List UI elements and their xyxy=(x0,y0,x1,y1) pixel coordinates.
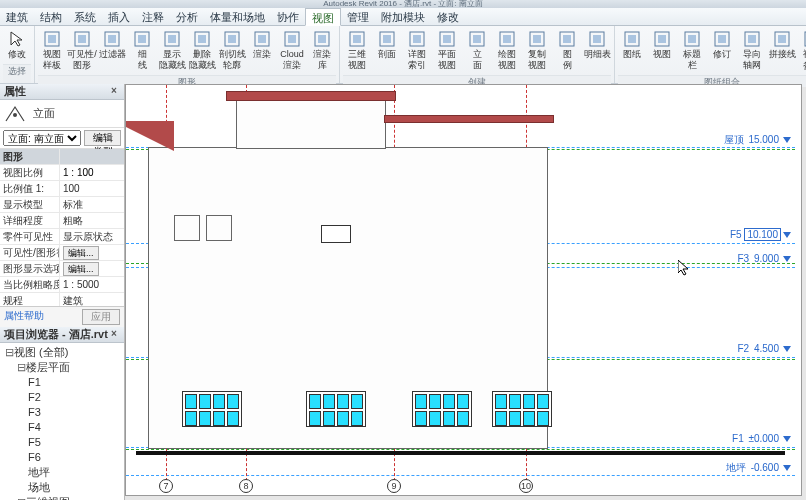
grid-bubble-7[interactable]: 7 xyxy=(159,479,173,493)
ribbon-btn-view-template[interactable]: 视图样板 xyxy=(38,28,66,73)
level-label-地坪[interactable]: 地坪 -0.600 xyxy=(726,461,791,475)
elevation-icon xyxy=(3,104,27,124)
prop-零件可见性[interactable]: 零件可见性显示原状态 xyxy=(0,229,124,245)
ribbon-tab-系统[interactable]: 系统 xyxy=(68,8,102,26)
ribbon-tab-附加模块[interactable]: 附加模块 xyxy=(375,8,431,26)
tree-node[interactable]: F2 xyxy=(4,390,124,405)
ribbon-tab-协作[interactable]: 协作 xyxy=(271,8,305,26)
ribbon-btn-filter[interactable]: 过滤器 xyxy=(98,28,126,73)
prop-图形显示选项[interactable]: 图形显示选项编辑... xyxy=(0,261,124,277)
tree-node[interactable]: ⊟楼层平面 xyxy=(4,360,124,375)
ribbon-btn-duplicate[interactable]: 复制视图 xyxy=(523,28,551,73)
ribbon-btn-thin-lines[interactable]: 细线 xyxy=(128,28,156,73)
ribbon-btn-show-hidden[interactable]: 显示隐藏线 xyxy=(158,28,186,73)
titleblock-icon xyxy=(683,30,701,48)
prop-视图比例[interactable]: 视图比例 xyxy=(0,165,124,181)
svg-rect-23 xyxy=(383,35,391,43)
ribbon-btn-matchline[interactable]: 拼接线 xyxy=(768,28,796,73)
family-selector[interactable]: 立面 xyxy=(0,100,124,128)
ribbon-btn-remove-hidden[interactable]: 删除隐藏线 xyxy=(188,28,216,73)
prop-当比例粗略度...[interactable]: 当比例粗略度...1 : 5000 xyxy=(0,277,124,293)
tree-node[interactable]: 场地 xyxy=(4,480,124,495)
ribbon-btn-section[interactable]: 剖面 xyxy=(373,28,401,73)
ribbon-btn-viewref[interactable]: 视图参照 xyxy=(798,28,806,73)
properties-help-link[interactable]: 属性帮助 xyxy=(4,309,82,325)
close-icon[interactable]: × xyxy=(108,329,120,341)
ribbon-btn-visibility[interactable]: 可见性/图形 xyxy=(68,28,96,73)
ribbon-tab-分析[interactable]: 分析 xyxy=(170,8,204,26)
tree-node[interactable]: ⊟三维视图 xyxy=(4,495,124,500)
level-label-F1[interactable]: F1 ±0.000 xyxy=(732,433,791,444)
ribbon-btn-render-lib[interactable]: 渲染库 xyxy=(308,28,336,73)
grid-bubble-8[interactable]: 8 xyxy=(239,479,253,493)
tree-twisty[interactable]: ⊟ xyxy=(16,495,26,500)
tree-node[interactable]: ⊟视图 (全部) xyxy=(4,345,124,360)
ribbon-tab-结构[interactable]: 结构 xyxy=(34,8,68,26)
roof-gable-left xyxy=(125,121,174,151)
close-icon[interactable]: × xyxy=(108,86,120,98)
prop-详细程度[interactable]: 详细程度粗略 xyxy=(0,213,124,229)
tree-node[interactable]: F1 xyxy=(4,375,124,390)
ribbon-tab-注释[interactable]: 注释 xyxy=(136,8,170,26)
prop-显示模型[interactable]: 显示模型标准 xyxy=(0,197,124,213)
ribbon-btn-legend[interactable]: 图例 xyxy=(553,28,581,73)
ribbon-btn-schedule[interactable]: 明细表 xyxy=(583,28,611,73)
ribbon-btn-titleblock[interactable]: 标题栏 xyxy=(678,28,706,73)
level-label-屋顶[interactable]: 屋顶 15.000 xyxy=(724,133,791,147)
duplicate-icon xyxy=(528,30,546,48)
edit-type-button[interactable]: 编辑类型 xyxy=(84,130,121,146)
ribbon-btn-drafting[interactable]: 绘图视图 xyxy=(493,28,521,73)
ribbon-btn-render[interactable]: 渲染 xyxy=(248,28,276,73)
svg-rect-41 xyxy=(658,35,666,43)
ribbon-btn-cut-profile[interactable]: 剖切线轮廓 xyxy=(218,28,246,73)
svg-rect-25 xyxy=(413,35,421,43)
grid-bubble-10[interactable]: 10 xyxy=(519,479,533,493)
prop-edit-button[interactable]: 编辑... xyxy=(63,262,99,276)
ribbon-tab-建筑[interactable]: 建筑 xyxy=(0,8,34,26)
level-label-F5[interactable]: F5 10.100 xyxy=(730,229,791,240)
tree-twisty[interactable]: ⊟ xyxy=(4,345,14,360)
tree-twisty[interactable]: ⊟ xyxy=(16,360,26,375)
ribbon-tab-插入[interactable]: 插入 xyxy=(102,8,136,26)
ribbon-btn-view[interactable]: 视图 xyxy=(648,28,676,73)
level-label-F3[interactable]: F3 9.000 xyxy=(738,253,791,264)
tree-node[interactable]: F3 xyxy=(4,405,124,420)
prop-比例值 1:[interactable]: 比例值 1:100 xyxy=(0,181,124,197)
revision-icon xyxy=(713,30,731,48)
prop-input[interactable] xyxy=(63,166,124,180)
type-selector[interactable]: 立面: 南立面 xyxy=(3,130,81,146)
ribbon-btn-elevation[interactable]: 立面 xyxy=(463,28,491,73)
drawing-canvas[interactable]: 屋顶 15.000F5 10.100F3 9.000F2 4.500F1 ±0.… xyxy=(125,84,802,496)
sheet-icon xyxy=(623,30,641,48)
prop-规程[interactable]: 规程建筑 xyxy=(0,293,124,306)
prop-可见性/图形替换[interactable]: 可见性/图形替换编辑... xyxy=(0,245,124,261)
ribbon-tab-修改[interactable]: 修改 xyxy=(431,8,465,26)
ribbon-tab-体量和场地[interactable]: 体量和场地 xyxy=(204,8,271,26)
ribbon-btn-3d[interactable]: 三维视图 xyxy=(343,28,371,73)
ribbon-btn-callout[interactable]: 详图索引 xyxy=(403,28,431,73)
ribbon-btn-sheet[interactable]: 图纸 xyxy=(618,28,646,73)
level-line-地坪[interactable] xyxy=(126,475,795,476)
tree-node[interactable]: F6 xyxy=(4,450,124,465)
grid-bubble-9[interactable]: 9 xyxy=(387,479,401,493)
object xyxy=(174,215,200,241)
tree-node[interactable]: 地坪 xyxy=(4,465,124,480)
level-label-F2[interactable]: F2 4.500 xyxy=(738,343,791,354)
remove-hidden-icon xyxy=(193,30,211,48)
ribbon-btn-revision[interactable]: 修订 xyxy=(708,28,736,73)
ribbon-tab-视图[interactable]: 视图 xyxy=(305,8,341,26)
prop-edit-button[interactable]: 编辑... xyxy=(63,246,99,260)
ribbon-tab-管理[interactable]: 管理 xyxy=(341,8,375,26)
section-icon xyxy=(378,30,396,48)
ribbon-btn-cursor[interactable]: 修改 xyxy=(3,28,31,62)
ribbon-btn-cloud[interactable]: Cloud渲染 xyxy=(278,28,306,73)
ribbon-btn-plan[interactable]: 平面视图 xyxy=(433,28,461,73)
svg-rect-9 xyxy=(168,35,176,43)
view-icon xyxy=(653,30,671,48)
ribbon-btn-guide[interactable]: 导向轴网 xyxy=(738,28,766,73)
apply-button: 应用 xyxy=(82,309,120,325)
tree-node[interactable]: F5 xyxy=(4,435,124,450)
svg-rect-19 xyxy=(318,35,326,43)
tree-node[interactable]: F4 xyxy=(4,420,124,435)
svg-rect-37 xyxy=(593,35,601,43)
